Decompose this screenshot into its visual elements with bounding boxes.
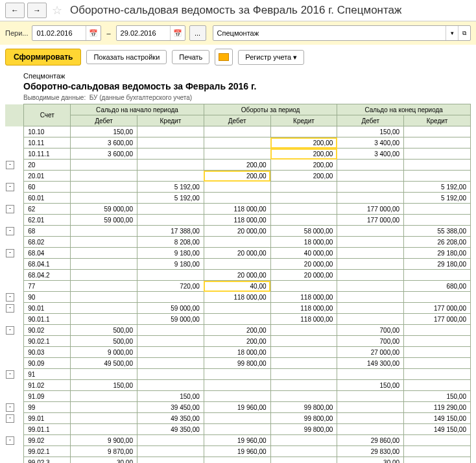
table-row[interactable]: -9939 450,0019 960,0099 800,00119 290,00 [5, 402, 471, 413]
num-cell [137, 292, 204, 303]
table-row[interactable]: 91.09150,00150,00 [5, 391, 471, 402]
table-row[interactable]: 99.01.149 350,0099 800,00149 150,00 [5, 424, 471, 435]
tree-toggle[interactable]: - [6, 293, 14, 302]
table-row[interactable]: 10.10150,00150,00 [5, 126, 471, 137]
account-cell: 68 [24, 226, 71, 237]
num-cell [204, 457, 270, 464]
tree-toggle[interactable]: - [6, 249, 14, 257]
account-cell: 20 [24, 160, 71, 171]
num-cell [404, 126, 471, 137]
table-row[interactable]: -99.0149 350,0099 800,00149 150,00 [5, 413, 471, 424]
table-row[interactable]: 90.039 000,0018 000,0027 000,00 [5, 347, 471, 358]
table-row[interactable]: 68.04.19 180,0020 000,0029 180,00 [5, 259, 471, 270]
num-cell: 9 180,00 [137, 259, 204, 270]
calendar-icon[interactable]: 📅 [170, 26, 185, 40]
tree-toggle[interactable]: - [6, 414, 14, 423]
table-row[interactable]: 62.0159 000,00118 000,00177 000,00 [5, 215, 471, 226]
num-cell: 200,00 [204, 325, 270, 336]
table-row[interactable]: 77720,0040,00680,00 [5, 281, 471, 292]
form-button[interactable]: Сформировать [5, 49, 81, 65]
account-cell: 77 [24, 281, 71, 292]
table-row[interactable]: 68.04.220 000,0020 000,00 [5, 270, 471, 281]
num-cell: 49 350,00 [137, 424, 204, 435]
table-row[interactable]: 90.01.159 000,00118 000,00177 000,00 [5, 314, 471, 325]
mail-button[interactable] [215, 49, 233, 65]
tree-toggle[interactable]: - [6, 205, 14, 213]
table-row[interactable]: -90118 000,00118 000,00 [5, 292, 471, 303]
table-row[interactable]: 68.028 208,0018 000,0026 208,00 [5, 237, 471, 248]
dash-label: – [106, 29, 110, 37]
num-cell: 700,00 [337, 336, 404, 347]
tree-toggle[interactable]: - [6, 436, 14, 445]
table-row[interactable]: -99.029 900,0019 960,0029 860,00 [5, 435, 471, 446]
table-row[interactable]: 10.113 600,00200,003 400,00 [5, 137, 471, 148]
num-cell: 150,00 [337, 126, 404, 137]
num-cell: 118 000,00 [270, 303, 337, 314]
tree-toggle[interactable]: - [6, 183, 14, 191]
table-row[interactable]: 60.015 192,005 192,00 [5, 193, 471, 204]
table-row[interactable]: -90.0159 000,00118 000,00177 000,00 [5, 303, 471, 314]
num-cell [270, 446, 337, 457]
table-row[interactable]: 10.11.13 600,00200,003 400,00 [5, 148, 471, 160]
num-cell: 720,00 [137, 281, 204, 292]
tree-toggle[interactable]: - [6, 304, 14, 313]
num-cell [204, 380, 270, 391]
tree-toggle[interactable]: - [6, 161, 14, 169]
org-select[interactable]: ▾ ⧉ [213, 25, 471, 41]
favorite-icon[interactable]: ☆ [52, 3, 62, 18]
num-cell [204, 413, 270, 424]
register-button[interactable]: Регистр учета ▾ [238, 50, 304, 65]
date-from-field[interactable] [32, 29, 86, 37]
table-row[interactable]: -91 [5, 369, 471, 380]
table-row[interactable]: 99.02.330,0030,00 [5, 457, 471, 464]
back-button[interactable]: ← [5, 3, 25, 18]
num-cell [137, 126, 204, 137]
num-cell [71, 424, 137, 435]
open-icon[interactable]: ⧉ [458, 26, 470, 40]
tree-toggle[interactable]: - [6, 326, 14, 335]
num-cell [137, 358, 204, 369]
tree-toggle[interactable]: - [6, 370, 14, 379]
tree-toggle[interactable]: - [6, 403, 14, 412]
table-row[interactable]: -605 192,005 192,00 [5, 182, 471, 193]
num-cell [270, 215, 337, 226]
table-row[interactable]: -6259 000,00118 000,00177 000,00 [5, 204, 471, 215]
table-row[interactable]: -6817 388,0020 000,0058 000,0055 388,00 [5, 226, 471, 237]
date-from-input[interactable]: 📅 [32, 25, 101, 41]
num-cell: 55 388,00 [404, 226, 471, 237]
num-cell [71, 226, 137, 237]
num-cell [71, 248, 137, 259]
tree-toggle[interactable]: - [6, 227, 14, 235]
account-cell: 62 [24, 204, 71, 215]
table-row[interactable]: -68.049 180,0020 000,0040 000,0029 180,0… [5, 248, 471, 259]
num-cell: 118 000,00 [270, 292, 337, 303]
print-button[interactable]: Печать [172, 50, 209, 64]
org-field[interactable] [213, 29, 446, 37]
calendar-icon[interactable]: 📅 [86, 26, 101, 40]
num-cell [270, 336, 337, 347]
num-cell: 3 400,00 [337, 148, 404, 160]
date-to-field[interactable] [117, 29, 170, 37]
num-cell [71, 292, 137, 303]
table-row[interactable]: 91.02150,00150,00 [5, 380, 471, 391]
settings-button[interactable]: Показать настройки [86, 50, 167, 64]
dropdown-icon[interactable]: ▾ [446, 26, 458, 40]
report-subtitle: Выводимые данные: БУ (данные бухгалтерск… [23, 94, 471, 101]
table-row[interactable]: -20200,00200,00 [5, 160, 471, 171]
num-cell [404, 369, 471, 380]
num-cell: 149 150,00 [404, 413, 471, 424]
table-row[interactable]: -90.02500,00200,00700,00 [5, 325, 471, 336]
table-row[interactable]: 90.0949 500,0099 800,00149 300,00 [5, 358, 471, 369]
table-row[interactable]: 20.01200,00200,00 [5, 171, 471, 182]
period-picker-button[interactable]: ... [189, 25, 206, 41]
table-row[interactable]: 99.02.19 870,0019 960,0029 830,00 [5, 446, 471, 457]
num-cell: 59 000,00 [71, 215, 137, 226]
date-to-input[interactable]: 📅 [116, 25, 185, 41]
num-cell: 149 150,00 [404, 424, 471, 435]
num-cell: 19 960,00 [204, 446, 270, 457]
table-row[interactable]: 90.02.1500,00200,00700,00 [5, 336, 471, 347]
num-cell [270, 325, 337, 336]
num-cell: 17 388,00 [137, 226, 204, 237]
forward-button[interactable]: → [27, 3, 47, 18]
account-cell: 91.02 [24, 380, 71, 391]
